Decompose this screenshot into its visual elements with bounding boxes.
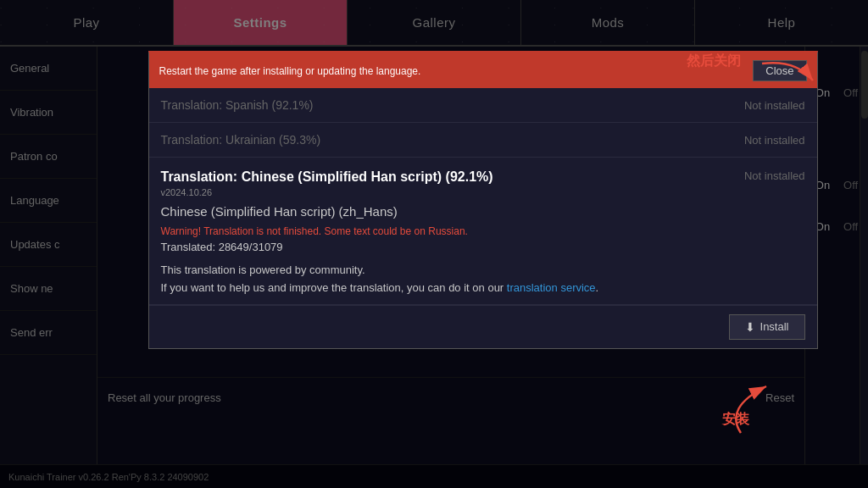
translation-subtitle: Chinese (Simplified Han script) (zh_Hans… [161, 204, 805, 219]
chinese-status: Not installed [744, 169, 805, 182]
translation-spanish[interactable]: Translation: Spanish (92.1%) Not install… [149, 88, 817, 123]
install-button[interactable]: ⬇ Install [729, 314, 805, 340]
spanish-status: Not installed [744, 99, 805, 112]
translation-version: v2024.10.26 [161, 187, 493, 197]
install-label: Install [760, 320, 789, 333]
modal-body: Translation: Spanish (92.1%) Not install… [149, 88, 817, 305]
community-line1: This translation is powered by community… [161, 263, 365, 276]
translation-warning: Warning! Translation is not finished. So… [161, 225, 805, 237]
ukrainian-name: Translation: Ukrainian (59.3%) [161, 133, 321, 147]
annotation-install-chinese: 安装 [722, 411, 749, 429]
community-line2: If you want to help us and improve the t… [161, 281, 504, 294]
translation-community: This translation is powered by community… [161, 262, 805, 297]
translation-main: Translation: Chinese (Simplified Han scr… [149, 158, 817, 304]
ukrainian-status: Not installed [744, 134, 805, 147]
download-icon: ⬇ [745, 320, 755, 334]
translation-progress: Translated: 28649/31079 [161, 241, 805, 253]
modal-warning-text: Restart the game after installing or upd… [159, 65, 421, 77]
modal-close-button[interactable]: Close [753, 60, 806, 81]
main-container: Play Settings Gallery Mods Help General … [0, 0, 868, 488]
spanish-name: Translation: Spanish (92.1%) [161, 98, 314, 112]
annotation-close-chinese: 然后关闭 [687, 53, 741, 70]
translation-ukrainian[interactable]: Translation: Ukrainian (59.3%) Not insta… [149, 123, 817, 158]
modal-footer: ⬇ Install [149, 305, 817, 348]
translation-chinese-selected[interactable]: Translation: Chinese (Simplified Han scr… [149, 158, 817, 305]
community-end: . [596, 281, 599, 294]
modal-box: Restart the game after installing or upd… [148, 51, 818, 349]
translation-title: Translation: Chinese (Simplified Han scr… [161, 169, 493, 185]
translation-service-link[interactable]: translation service [507, 281, 596, 294]
